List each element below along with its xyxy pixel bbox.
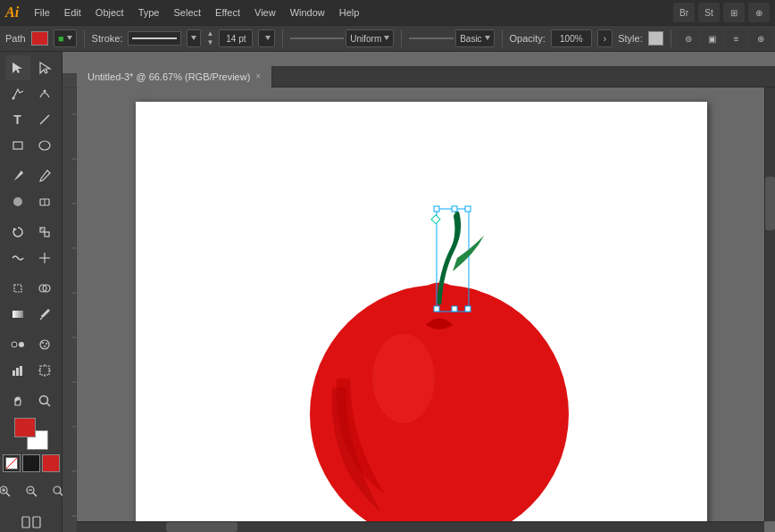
- menu-type[interactable]: Type: [132, 4, 166, 21]
- svg-line-18: [40, 318, 42, 320]
- scale-tool[interactable]: [32, 220, 57, 245]
- freeform-tool[interactable]: [5, 276, 30, 301]
- eyedropper-tool[interactable]: [32, 302, 57, 327]
- blob-brush-tool[interactable]: [5, 189, 30, 214]
- tab-bar: Untitled-3* @ 66.67% (RGB/Preview) ×: [77, 66, 775, 87]
- scrollbar-v[interactable]: [764, 87, 775, 521]
- fill-black-btn[interactable]: [22, 454, 40, 472]
- menu-edit[interactable]: Edit: [58, 4, 88, 21]
- bridge-icon[interactable]: Br: [673, 3, 695, 22]
- type-tool[interactable]: T: [5, 107, 30, 132]
- rect-tool[interactable]: [5, 133, 30, 158]
- fill-swatch[interactable]: [31, 31, 48, 46]
- foreground-color-swatch[interactable]: [14, 418, 36, 437]
- pencil-tool[interactable]: [32, 163, 57, 188]
- svg-rect-27: [20, 366, 22, 376]
- sep-5: [671, 29, 671, 47]
- width-tool[interactable]: [32, 245, 57, 270]
- blend-tool[interactable]: [5, 332, 30, 357]
- stroke-width-stepper[interactable]: ▲ ▼: [206, 29, 213, 47]
- warp-tool[interactable]: [5, 245, 30, 270]
- hand-tool[interactable]: [5, 388, 30, 413]
- stroke-width-unit[interactable]: [258, 29, 275, 47]
- direct-select-tool[interactable]: [32, 55, 57, 80]
- line-tool[interactable]: [32, 107, 57, 132]
- zoom-tool[interactable]: [32, 388, 57, 413]
- sep-3: [401, 29, 402, 47]
- svg-point-24: [44, 345, 46, 347]
- search-icon[interactable]: ⊕: [748, 3, 770, 22]
- menu-effect[interactable]: Effect: [209, 4, 246, 21]
- pathfinder-icon[interactable]: ⊕: [751, 29, 770, 48]
- weight-style-dropdown[interactable]: Basic: [455, 29, 494, 47]
- tab-close-btn[interactable]: ×: [255, 71, 261, 81]
- view-zoom-out[interactable]: [19, 478, 44, 503]
- menu-bar: Ai File Edit Object Type Select Effect V…: [0, 0, 775, 25]
- fill-none-btn[interactable]: [3, 454, 21, 472]
- stroke-type-dropdown[interactable]: [187, 29, 201, 47]
- view-zoom-in[interactable]: [0, 478, 17, 503]
- svg-point-85: [372, 334, 435, 423]
- fill-red-btn[interactable]: [42, 454, 60, 472]
- stroke-preview[interactable]: [128, 31, 181, 46]
- svg-point-42: [54, 486, 61, 494]
- color-swatches: [14, 418, 48, 450]
- active-tab[interactable]: Untitled-3* @ 66.67% (RGB/Preview) ×: [77, 66, 272, 87]
- artboard-tool[interactable]: [32, 358, 57, 383]
- opacity-label: Opacity:: [509, 33, 545, 44]
- arrange-icon[interactable]: ▣: [703, 29, 721, 48]
- svg-rect-89: [465, 206, 471, 212]
- pen-tool[interactable]: [5, 81, 30, 106]
- menu-window[interactable]: Window: [284, 4, 331, 21]
- svg-rect-87: [434, 206, 439, 212]
- canvas-area[interactable]: // SVG script won't run, so we use stati…: [62, 52, 775, 532]
- svg-point-5: [13, 197, 22, 206]
- apple-illustration: [136, 102, 707, 532]
- stock-icon[interactable]: St: [698, 3, 720, 22]
- menu-file[interactable]: File: [28, 4, 56, 21]
- rotate-tool[interactable]: [5, 220, 30, 245]
- curvature-tool[interactable]: [32, 81, 57, 106]
- svg-line-40: [33, 493, 37, 496]
- toolbox: T: [0, 52, 62, 532]
- svg-rect-91: [452, 306, 457, 312]
- menu-select[interactable]: Select: [167, 4, 207, 21]
- menu-object[interactable]: Object: [89, 4, 130, 21]
- svg-point-1: [43, 90, 46, 93]
- menu-view[interactable]: View: [248, 4, 282, 21]
- svg-point-23: [46, 343, 47, 345]
- paintbrush-tool[interactable]: [5, 163, 30, 188]
- stroke-width-input[interactable]: [219, 29, 253, 47]
- scrollbar-h[interactable]: [77, 521, 764, 532]
- style-swatch[interactable]: [648, 31, 664, 46]
- svg-rect-44: [22, 517, 29, 528]
- align-icon[interactable]: ≡: [727, 29, 746, 48]
- shapebuilder-tool[interactable]: [32, 276, 57, 301]
- menu-help[interactable]: Help: [333, 4, 366, 21]
- gradient-tool[interactable]: [5, 302, 30, 327]
- svg-rect-90: [434, 306, 439, 312]
- svg-rect-10: [45, 232, 49, 237]
- weight-style-group: Basic: [409, 29, 494, 47]
- eraser-tool[interactable]: [32, 189, 57, 214]
- svg-point-21: [40, 340, 49, 349]
- stroke-style-dropdown[interactable]: Uniform: [346, 29, 394, 47]
- ellipse-tool[interactable]: [32, 133, 57, 158]
- stroke-style-group: Uniform: [290, 29, 394, 47]
- app-logo: Ai: [5, 4, 19, 21]
- svg-point-19: [12, 342, 17, 347]
- columngraph-tool[interactable]: [5, 358, 30, 383]
- color-mode-row: [3, 454, 60, 472]
- fill-type-dropdown[interactable]: ■: [54, 29, 77, 47]
- svg-point-33: [39, 396, 47, 404]
- opacity-more-btn[interactable]: ›: [597, 29, 612, 47]
- opacity-input[interactable]: [551, 29, 592, 47]
- global-edit-icon[interactable]: ⊚: [679, 29, 697, 48]
- select-tool[interactable]: [5, 55, 30, 80]
- sep-4: [502, 29, 503, 47]
- workspace-icon[interactable]: ⊞: [723, 3, 745, 22]
- symbolspray-tool[interactable]: [32, 332, 57, 357]
- svg-point-22: [42, 342, 44, 344]
- all-tools-btn[interactable]: [19, 510, 44, 532]
- svg-rect-26: [16, 368, 19, 376]
